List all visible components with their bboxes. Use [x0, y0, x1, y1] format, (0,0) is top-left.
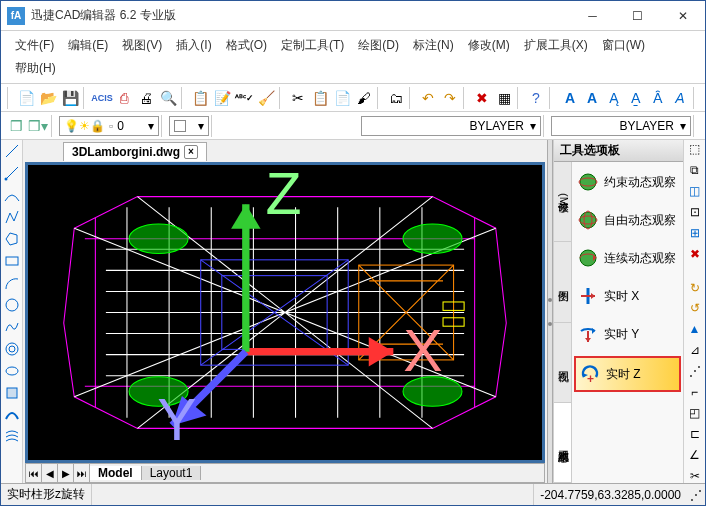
text-a3-icon[interactable]: Ą	[603, 87, 625, 109]
purge-icon[interactable]: 🧹	[255, 87, 277, 109]
resize-grip-icon[interactable]: ⋰	[687, 488, 705, 502]
tab-prev-icon[interactable]: ◀	[42, 464, 58, 482]
print-icon[interactable]: 🖨	[135, 87, 157, 109]
menu-format[interactable]: 格式(O)	[220, 35, 273, 56]
preview-icon[interactable]: 🔍	[157, 87, 179, 109]
menu-view[interactable]: 视图(V)	[116, 35, 168, 56]
pline-icon[interactable]	[3, 208, 21, 226]
minimize-button[interactable]: ─	[570, 1, 615, 31]
pdf-icon[interactable]: ⎙	[113, 87, 135, 109]
layer-manager-icon[interactable]: ❒	[5, 115, 27, 137]
explode-icon[interactable]: ✂	[686, 468, 704, 483]
point-icon[interactable]	[3, 406, 21, 424]
help-icon[interactable]: ?	[525, 87, 547, 109]
xline-icon[interactable]	[3, 186, 21, 204]
axis-z-icon: +	[578, 362, 602, 386]
copy2-icon[interactable]: ⧉	[686, 163, 704, 178]
close-button[interactable]: ✕	[660, 1, 705, 31]
circle-icon[interactable]	[3, 296, 21, 314]
audit-icon[interactable]: 📝	[211, 87, 233, 109]
donut-icon[interactable]	[3, 340, 21, 358]
find-icon[interactable]: 📋	[189, 87, 211, 109]
ray-icon[interactable]	[3, 164, 21, 182]
delete-icon[interactable]: ✖	[471, 87, 493, 109]
vtab-modify[interactable]: 修改(M)	[554, 162, 571, 242]
erase-icon[interactable]: ✖	[686, 247, 704, 262]
layer-states-icon[interactable]: ❒▾	[27, 115, 49, 137]
document-tab[interactable]: 3DLamborgini.dwg ×	[63, 142, 207, 161]
move-icon[interactable]: ⬚	[686, 142, 704, 157]
paste-icon[interactable]: 📄	[331, 87, 353, 109]
menu-file[interactable]: 文件(F)	[9, 35, 60, 56]
realtime-z[interactable]: + 实时 Z	[574, 356, 681, 392]
text-a2-icon[interactable]: A	[581, 87, 603, 109]
open-icon[interactable]: 📂	[37, 87, 59, 109]
vtab-3dorbit[interactable]: 三维动态观察	[554, 403, 571, 483]
menu-dimension[interactable]: 标注(N)	[407, 35, 460, 56]
tab-next-icon[interactable]: ▶	[58, 464, 74, 482]
rotate-icon[interactable]: ⊞	[686, 226, 704, 241]
undo-icon[interactable]: ↶	[417, 87, 439, 109]
menu-tools[interactable]: 定制工具(T)	[275, 35, 350, 56]
vtab-view[interactable]: 视图	[554, 323, 571, 403]
polygon-icon[interactable]	[3, 230, 21, 248]
vtab-legend[interactable]: 图例	[554, 242, 571, 322]
redo-icon[interactable]: ↷	[439, 87, 461, 109]
align-icon[interactable]: ⋰	[686, 364, 704, 379]
trim-icon[interactable]: ↻	[686, 280, 704, 295]
menu-edit[interactable]: 编辑(E)	[62, 35, 114, 56]
maximize-button[interactable]: ☐	[615, 1, 660, 31]
lineweight-combo[interactable]: BYLAYER▾	[551, 116, 691, 136]
join-icon[interactable]: ∠	[686, 447, 704, 462]
orbit-free[interactable]: 自由动态观察	[574, 204, 681, 236]
extend-icon[interactable]: ↺	[686, 301, 704, 316]
spell-icon[interactable]: ᴬᴮᶜ✓	[233, 87, 255, 109]
menu-modify[interactable]: 修改(M)	[462, 35, 516, 56]
block-icon[interactable]	[3, 384, 21, 402]
linetype-combo[interactable]: BYLAYER▾	[361, 116, 541, 136]
tab-last-icon[interactable]: ⏭	[74, 464, 90, 482]
orbit-continuous[interactable]: 连续动态观察	[574, 242, 681, 274]
text-a4-icon[interactable]: A̱	[625, 87, 647, 109]
ellipse-icon[interactable]	[3, 362, 21, 380]
menu-insert[interactable]: 插入(I)	[170, 35, 217, 56]
matchprop-icon[interactable]: 🖌	[353, 87, 375, 109]
menu-express[interactable]: 扩展工具(X)	[518, 35, 594, 56]
chamfer-icon[interactable]: ◰	[686, 406, 704, 421]
acis-icon[interactable]: ACIS	[91, 87, 113, 109]
select-icon[interactable]: ▦	[493, 87, 515, 109]
fillet-icon[interactable]: ⌐	[686, 385, 704, 400]
menu-draw[interactable]: 绘图(D)	[352, 35, 405, 56]
text-a1-icon[interactable]: A	[559, 87, 581, 109]
copy-icon[interactable]: 📋	[309, 87, 331, 109]
drawing-canvas[interactable]: X Z Y	[25, 162, 545, 463]
orbit-constrained[interactable]: 约束动态观察	[574, 166, 681, 198]
layout-tab-layout1[interactable]: Layout1	[142, 466, 202, 480]
menu-window[interactable]: 窗口(W)	[596, 35, 651, 56]
spline-icon[interactable]	[3, 318, 21, 336]
tab-first-icon[interactable]: ⏮	[26, 464, 42, 482]
explorer-icon[interactable]: 🗂	[385, 87, 407, 109]
realtime-x[interactable]: 实时 X	[574, 280, 681, 312]
layer-combo[interactable]: 💡☀🔒▫ 0 ▾	[59, 116, 159, 136]
break-icon[interactable]: ⊏	[686, 426, 704, 441]
menu-help[interactable]: 帮助(H)	[9, 58, 62, 79]
new-icon[interactable]: 📄	[15, 87, 37, 109]
color-combo[interactable]: ▾	[169, 116, 209, 136]
layout-tab-model[interactable]: Model	[90, 466, 142, 480]
realtime-y[interactable]: 实时 Y	[574, 318, 681, 350]
orbit-item-label: 实时 Y	[604, 326, 639, 343]
hatch-icon[interactable]	[3, 428, 21, 446]
save-icon[interactable]: 💾	[59, 87, 81, 109]
stretch-icon[interactable]: ⊿	[686, 343, 704, 358]
rect-icon[interactable]	[3, 252, 21, 270]
text-a6-icon[interactable]: A	[669, 87, 691, 109]
arc-icon[interactable]	[3, 274, 21, 292]
cut-icon[interactable]: ✂	[287, 87, 309, 109]
text-a5-icon[interactable]: Ȃ	[647, 87, 669, 109]
scale-icon[interactable]: ▲	[686, 322, 704, 337]
line-icon[interactable]	[3, 142, 21, 160]
mirror-icon[interactable]: ◫	[686, 184, 704, 199]
offset-icon[interactable]: ⊡	[686, 205, 704, 220]
tab-close-icon[interactable]: ×	[184, 145, 198, 159]
